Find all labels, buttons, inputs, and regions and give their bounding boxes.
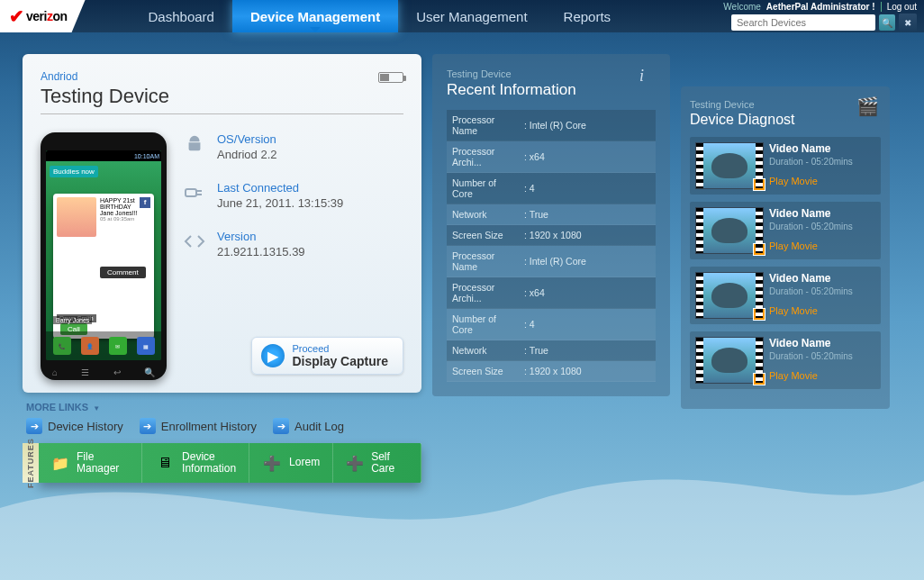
info-row: Processor Archi...: x64 bbox=[447, 277, 656, 309]
battery-icon bbox=[378, 72, 403, 83]
plug-icon bbox=[183, 181, 206, 204]
diagnostics-panel: 🎬 Testing Device Device Diagnost ▶Video … bbox=[681, 86, 890, 409]
features-bar: FEATURES 📁File Manager🖥DeviceInformation… bbox=[39, 443, 421, 483]
phone-app-icon: 📞 bbox=[53, 337, 71, 355]
settings-button[interactable]: ✖ bbox=[899, 14, 917, 32]
video-thumbnail[interactable]: ▶ bbox=[695, 272, 764, 319]
phone-comment-button: Comment bbox=[100, 267, 146, 278]
info-row: Processor Archi...: x64 bbox=[447, 141, 656, 173]
feature-text: File Manager bbox=[77, 451, 129, 475]
info-row: Screen Size: 1920 x 1080 bbox=[447, 361, 656, 382]
feature-2[interactable]: ➕Lorem bbox=[249, 443, 333, 483]
video-item: ▶Video NameDuration - 05:20minsPlay Movi… bbox=[690, 202, 881, 259]
top-nav-bar: ✔ verizon Dashboard Device Management Us… bbox=[0, 0, 924, 32]
info-key: Screen Size bbox=[447, 225, 519, 246]
feature-text: DeviceInformation bbox=[182, 451, 236, 475]
brand-logo: ✔ verizon bbox=[0, 0, 86, 32]
main-nav: Dashboard Device Management User Managem… bbox=[131, 0, 630, 32]
video-duration: Duration - 05:20mins bbox=[769, 157, 853, 167]
os-value: Andriod 2.2 bbox=[217, 148, 277, 161]
nav-user-management[interactable]: User Management bbox=[398, 0, 545, 32]
info-value: : x64 bbox=[519, 141, 656, 173]
info-key: Screen Size bbox=[447, 361, 519, 382]
nav-reports[interactable]: Reports bbox=[546, 0, 630, 32]
link-text: Audit Log bbox=[294, 420, 344, 433]
search-button[interactable]: 🔍 bbox=[879, 14, 895, 31]
feature-text: Lorem bbox=[289, 457, 320, 468]
info-row: Number of Core: 4 bbox=[447, 309, 656, 340]
search-input[interactable] bbox=[731, 14, 875, 31]
avatar-icon bbox=[57, 197, 96, 237]
video-thumbnail[interactable]: ▶ bbox=[695, 207, 764, 254]
feature-3[interactable]: ➕Self Care bbox=[333, 443, 421, 483]
info-value: : Intel (R) Core bbox=[519, 246, 656, 277]
display-capture-label: Display Capture bbox=[292, 354, 388, 368]
contacts-app-icon: 👤 bbox=[81, 337, 99, 355]
info-value: : x64 bbox=[519, 277, 656, 309]
search-icon: 🔍 bbox=[882, 18, 892, 28]
video-thumbnail[interactable]: ▶ bbox=[695, 337, 764, 384]
display-capture-button[interactable]: ▶ ProceedDisplay Capture bbox=[251, 337, 403, 375]
info-key: Processor Archi... bbox=[447, 141, 519, 173]
svg-rect-0 bbox=[186, 189, 196, 196]
info-row: Number of Core: 4 bbox=[447, 173, 656, 204]
video-duration: Duration - 05:20mins bbox=[769, 351, 853, 361]
arrow-right-icon: ➔ bbox=[273, 418, 289, 434]
top-right-controls: Welcome AetherPal Administrator ! Log ou… bbox=[723, 2, 917, 32]
recent-info-subhead: Testing Device bbox=[447, 68, 656, 79]
feature-text: Self Care bbox=[371, 451, 408, 475]
device-panel: Andriod Testing Device 10:10AM Buddies n… bbox=[23, 54, 421, 483]
info-value: : 4 bbox=[519, 309, 656, 340]
info-row: Network: True bbox=[447, 204, 656, 225]
play-movie-link[interactable]: Play Movie bbox=[769, 305, 853, 316]
info-key: Network bbox=[447, 204, 519, 225]
video-item: ▶Video NameDuration - 05:20minsPlay Movi… bbox=[690, 331, 881, 389]
arrow-right-icon: ➔ bbox=[140, 418, 156, 434]
info-key: Processor Name bbox=[447, 110, 519, 141]
info-key: Number of Core bbox=[447, 173, 519, 204]
apps-app-icon: ▦ bbox=[137, 337, 155, 355]
more-link-0[interactable]: ➔Device History bbox=[26, 418, 123, 434]
nav-dashboard[interactable]: Dashboard bbox=[131, 0, 232, 32]
phone-contact-name-2: Barry Jones bbox=[53, 316, 92, 324]
more-links-toggle[interactable]: MORE LINKS ▼ bbox=[26, 402, 421, 412]
feature-0[interactable]: 📁File Manager bbox=[39, 443, 142, 483]
feature-1[interactable]: 🖥DeviceInformation bbox=[142, 443, 249, 483]
video-title: Video Name bbox=[769, 142, 853, 155]
android-icon bbox=[183, 132, 206, 156]
info-key: Number of Core bbox=[447, 309, 519, 340]
info-row: Screen Size: 1920 x 1080 bbox=[447, 225, 656, 246]
link-text: Enrollment History bbox=[161, 420, 257, 433]
info-value: : Intel (R) Core bbox=[519, 110, 656, 141]
os-label: OS/Version bbox=[217, 132, 277, 146]
phone-dock: 📞 👤 ✉ ▦ bbox=[46, 331, 161, 360]
more-link-2[interactable]: ➔Audit Log bbox=[273, 418, 344, 434]
welcome-label: Welcome bbox=[723, 2, 761, 12]
more-link-1[interactable]: ➔Enrollment History bbox=[140, 418, 257, 434]
info-row: Network: True bbox=[447, 340, 656, 361]
nav-device-management[interactable]: Device Management bbox=[232, 0, 398, 32]
link-text: Device History bbox=[48, 420, 123, 433]
info-icon: i bbox=[639, 67, 657, 85]
play-movie-link[interactable]: Play Movie bbox=[769, 240, 853, 251]
info-row: Processor Name: Intel (R) Core bbox=[447, 110, 656, 141]
play-movie-link[interactable]: Play Movie bbox=[769, 370, 853, 381]
caret-down-icon: ▼ bbox=[93, 404, 100, 412]
device-name: Testing Device bbox=[41, 85, 403, 114]
video-thumbnail[interactable]: ▶ bbox=[695, 142, 764, 189]
verizon-check-icon: ✔ bbox=[9, 5, 24, 27]
play-icon: ▶ bbox=[753, 243, 765, 256]
logout-link[interactable]: Log out bbox=[881, 2, 917, 12]
recent-info-panel: i Testing Device Recent Information Proc… bbox=[432, 54, 670, 396]
phone-buddies-badge: Buddies now bbox=[50, 166, 98, 177]
recent-info-head: Recent Information bbox=[447, 81, 656, 99]
feature-icon: 🖥 bbox=[155, 453, 175, 473]
feature-icon: 📁 bbox=[51, 453, 69, 473]
play-movie-link[interactable]: Play Movie bbox=[769, 176, 853, 186]
proceed-label: Proceed bbox=[292, 343, 388, 354]
phone-time: 10:10AM bbox=[134, 153, 159, 159]
last-connected-label: Last Connected bbox=[217, 181, 343, 195]
wrench-icon: ✖ bbox=[904, 18, 911, 28]
phone-nav-icons: ⌂☰↩🔍 bbox=[41, 367, 167, 377]
recent-info-table: Processor Name: Intel (R) CoreProcessor … bbox=[447, 110, 656, 382]
